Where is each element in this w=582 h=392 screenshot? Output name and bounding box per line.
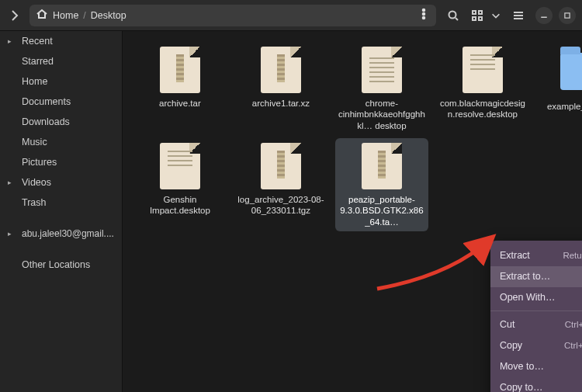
breadcrumb-separator: /: [83, 10, 85, 21]
svg-rect-8: [565, 12, 570, 17]
sidebar-item-recent[interactable]: ▸Recent: [0, 31, 122, 51]
sidebar-item-downloads[interactable]: Downloads: [0, 112, 122, 132]
text-file-icon: [362, 47, 402, 93]
file-item[interactable]: archive1.tar.xz: [234, 42, 327, 135]
sidebar: ▸Recent Starred Home Documents Downloads…: [0, 31, 123, 392]
menu-extract-to[interactable]: Extract to…: [490, 266, 582, 287]
sidebar-item-label: Videos: [22, 177, 51, 188]
svg-point-2: [423, 17, 425, 19]
archive-icon: [261, 143, 301, 189]
file-label: peazip_portable-9.3.0.BSD.GTK2.x86_64.ta…: [335, 194, 428, 227]
sidebar-item-label: Music: [22, 137, 47, 147]
sidebar-item-label: Documents: [22, 96, 71, 107]
sidebar-item-label: Trash: [22, 197, 47, 208]
maximize-button[interactable]: [559, 7, 576, 24]
expander-icon: ▸: [8, 179, 16, 186]
svg-rect-7: [479, 17, 482, 20]
file-label: chrome-cinhimbnkkaeohfgghhkl… desktop: [335, 98, 428, 131]
menu-move-to[interactable]: Move to…: [490, 356, 582, 377]
svg-point-1: [423, 13, 425, 16]
breadcrumb-current[interactable]: Desktop: [91, 10, 126, 21]
svg-rect-4: [473, 11, 476, 14]
sidebar-item-home[interactable]: Home: [0, 71, 122, 92]
sidebar-item-label: Downloads: [22, 116, 70, 127]
svg-rect-6: [473, 17, 476, 20]
sidebar-item-label: Home: [22, 76, 47, 87]
archive-icon: [362, 143, 402, 189]
context-menu: ExtractReturn Extract to… Open With… Cut…: [490, 241, 582, 392]
file-item[interactable]: example_directory: [537, 42, 582, 135]
toolbar: Home / Desktop: [0, 0, 582, 31]
archive-icon: [261, 47, 301, 93]
svg-rect-5: [479, 11, 482, 14]
menu-separator: [490, 310, 582, 311]
sidebar-item-label: Pictures: [22, 157, 57, 168]
menu-extract[interactable]: ExtractReturn: [490, 245, 582, 266]
file-item[interactable]: archive.tar: [133, 42, 227, 135]
file-label: archive1.tar.xz: [249, 98, 313, 109]
sidebar-item-documents[interactable]: Documents: [0, 92, 122, 112]
sidebar-item-other-locations[interactable]: Other Locations: [0, 255, 122, 275]
sidebar-item-videos[interactable]: ▸Videos: [0, 172, 122, 193]
sidebar-item-label: Other Locations: [22, 259, 90, 270]
menu-copy[interactable]: CopyCtrl+C: [490, 335, 582, 356]
view-dropdown-button[interactable]: [490, 5, 501, 26]
sidebar-item-trash[interactable]: Trash: [0, 193, 122, 213]
file-item[interactable]: Genshin Impact.desktop: [133, 138, 227, 231]
svg-point-0: [423, 9, 425, 12]
sidebar-item-starred[interactable]: Starred: [0, 51, 122, 71]
home-icon: [36, 8, 48, 23]
content-area[interactable]: archive.tar archive1.tar.xz chrome-cinhi…: [123, 31, 582, 392]
expander-icon: ▸: [8, 37, 16, 45]
file-label: com.blackmagicdesign.resolve.desktop: [436, 98, 529, 120]
file-grid: archive.tar archive1.tar.xz chrome-cinhi…: [133, 42, 582, 231]
menu-cut[interactable]: CutCtrl+X: [490, 314, 582, 335]
file-item[interactable]: log_archive_2023-08-06_233011.tgz: [234, 138, 327, 231]
path-menu-icon[interactable]: [417, 8, 430, 23]
file-label: archive.tar: [156, 98, 204, 109]
sidebar-item-account[interactable]: ▸abu.jaleel30@gmail....: [0, 224, 122, 244]
file-label: example_directory: [544, 101, 582, 112]
sidebar-item-music[interactable]: Music: [0, 132, 122, 152]
annotation-arrow: [372, 233, 504, 295]
menu-copy-to[interactable]: Copy to…: [490, 377, 582, 393]
file-label: Genshin Impact.desktop: [133, 194, 227, 217]
file-label: log_archive_2023-08-06_233011.tgz: [234, 194, 327, 217]
nav-forward-button[interactable]: [6, 7, 23, 24]
sidebar-item-pictures[interactable]: Pictures: [0, 152, 122, 172]
minimize-button[interactable]: [535, 7, 553, 24]
hamburger-menu-button[interactable]: [508, 5, 529, 26]
expander-icon: ▸: [8, 230, 16, 238]
file-item[interactable]: chrome-cinhimbnkkaeohfgghhkl… desktop: [335, 42, 428, 135]
file-item-selected[interactable]: peazip_portable-9.3.0.BSD.GTK2.x86_64.ta…: [335, 138, 428, 231]
folder-icon: [560, 53, 582, 90]
svg-point-3: [449, 11, 456, 18]
sidebar-item-label: Recent: [22, 36, 53, 47]
text-file-icon: [462, 47, 503, 93]
breadcrumb-home[interactable]: Home: [53, 10, 78, 21]
text-file-icon: [160, 143, 200, 189]
sidebar-item-label: abu.jaleel30@gmail....: [22, 228, 114, 239]
file-item[interactable]: com.blackmagicdesign.resolve.desktop: [436, 42, 529, 135]
archive-icon: [160, 47, 200, 93]
menu-open-with[interactable]: Open With…: [490, 287, 582, 308]
sidebar-item-label: Starred: [22, 56, 54, 67]
search-button[interactable]: [442, 5, 464, 26]
path-bar[interactable]: Home / Desktop: [29, 5, 436, 26]
view-grid-button[interactable]: [470, 5, 484, 26]
